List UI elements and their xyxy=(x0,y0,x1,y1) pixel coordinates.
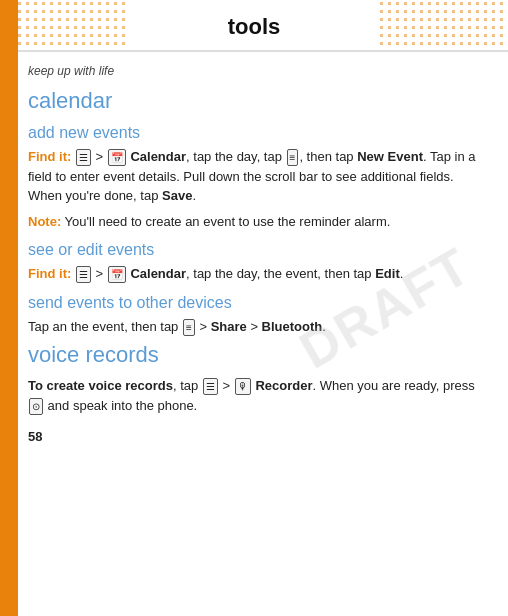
orange-sidebar xyxy=(0,0,18,616)
heading-add-new-events: add new events xyxy=(28,124,490,142)
subsection-send-events: send events to other devices Tap an the … xyxy=(28,294,490,337)
heading-send-events: send events to other devices xyxy=(28,294,490,312)
header-dots-right xyxy=(378,0,508,52)
add-events-find-it: Find it: ☰ > 📅 Calendar, tap the day, ta… xyxy=(28,147,490,206)
find-it-label-2: Find it: xyxy=(28,266,71,281)
heading-calendar: calendar xyxy=(28,88,490,114)
bluetooth-label: Bluetooth xyxy=(262,319,323,334)
calendar-icon-2: 📅 xyxy=(108,266,126,283)
calendar-label-2: Calendar xyxy=(130,266,186,281)
heading-voice-records: voice records xyxy=(28,342,490,368)
tagline: keep up with life xyxy=(28,64,490,78)
subsection-see-or-edit-events: see or edit events Find it: ☰ > 📅 Calend… xyxy=(28,241,490,284)
voice-records-text: To create voice records, tap ☰ > 🎙 Recor… xyxy=(28,376,490,415)
create-voice-records-label: To create voice records xyxy=(28,378,173,393)
menu-icon-1: ☰ xyxy=(76,149,91,166)
edit-label: Edit xyxy=(375,266,400,281)
heading-see-or-edit-events: see or edit events xyxy=(28,241,490,259)
calendar-icon-1: 📅 xyxy=(108,149,126,166)
section-calendar: calendar add new events Find it: ☰ > 📅 C… xyxy=(28,88,490,336)
add-icon: ≡ xyxy=(287,149,299,166)
svg-rect-1 xyxy=(0,0,130,52)
menu-icon-4: ☰ xyxy=(203,378,218,395)
menu-icon-2: ☰ xyxy=(76,266,91,283)
page-title: tools xyxy=(228,14,281,39)
calendar-label-1: Calendar xyxy=(130,149,186,164)
recorder-icon: 🎙 xyxy=(235,378,251,395)
note-label: Note: xyxy=(28,214,61,229)
svg-rect-3 xyxy=(378,0,508,52)
new-event-label: New Event xyxy=(357,149,423,164)
record-button-icon: ⊙ xyxy=(29,398,43,415)
save-label: Save xyxy=(162,188,192,203)
menu-icon-3: ≡ xyxy=(183,319,195,336)
section-voice-records: voice records To create voice records, t… xyxy=(28,342,490,415)
recorder-label: Recorder xyxy=(255,378,312,393)
send-events-text: Tap an the event, then tap ≡ > Share > B… xyxy=(28,317,490,337)
subsection-add-new-events: add new events Find it: ☰ > 📅 Calendar, … xyxy=(28,124,490,231)
main-content: keep up with life calendar add new event… xyxy=(28,60,490,460)
page-header: tools xyxy=(0,0,508,52)
see-events-find-it: Find it: ☰ > 📅 Calendar, tap the day, th… xyxy=(28,264,490,284)
page-number: 58 xyxy=(28,429,490,444)
find-it-label-1: Find it: xyxy=(28,149,71,164)
add-events-note: Note: You'll need to create an event to … xyxy=(28,212,490,232)
header-dots-left xyxy=(0,0,130,52)
share-label: Share xyxy=(211,319,247,334)
